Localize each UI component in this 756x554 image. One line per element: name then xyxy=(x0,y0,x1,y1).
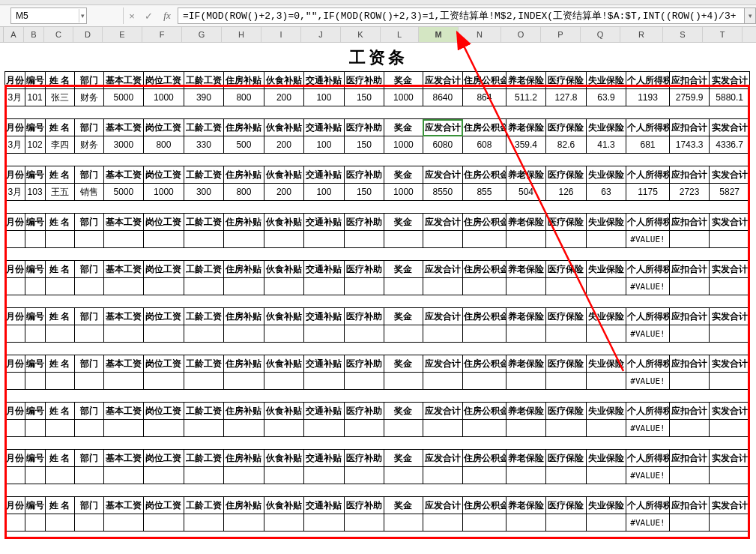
column-header-cell[interactable]: F xyxy=(142,27,182,42)
table-header-cell: 医疗补助 xyxy=(344,214,384,231)
table-cell: 1000 xyxy=(384,89,423,106)
table-cell xyxy=(710,231,750,248)
table-cell xyxy=(423,231,463,248)
table-cell xyxy=(710,278,750,295)
table-header-cell: 医疗补助 xyxy=(344,261,384,278)
table-header-cell: 养老保险 xyxy=(506,166,546,184)
table-header-cell: 应扣合计 xyxy=(669,450,710,467)
column-header-cell[interactable]: K xyxy=(341,27,381,42)
table-cell xyxy=(344,325,384,343)
table-header-cell: 基本工资 xyxy=(103,119,144,136)
column-header-cell[interactable]: L xyxy=(381,27,419,42)
table-cell xyxy=(224,373,264,390)
table-cell xyxy=(463,467,506,484)
table-cell xyxy=(586,514,626,532)
table-cell xyxy=(184,514,224,532)
table-header-cell: 编号 xyxy=(25,355,45,373)
table-header-cell: 医疗补助 xyxy=(344,308,384,325)
table-cell xyxy=(103,325,144,343)
column-header-cell[interactable]: D xyxy=(73,27,103,42)
table-header-cell: 实发合计 xyxy=(710,403,750,420)
column-header-cell[interactable]: I xyxy=(261,27,301,42)
table-header-cell: 医疗保险 xyxy=(546,450,587,467)
table-cell: 800 xyxy=(144,136,184,154)
table-cell xyxy=(184,467,224,484)
table-header-cell: 伙食补贴 xyxy=(264,450,304,467)
table-cell xyxy=(669,420,710,437)
table-cell xyxy=(586,231,626,248)
table-header-cell: 月份 xyxy=(5,355,25,373)
table-header-cell: 伙食补贴 xyxy=(264,214,304,231)
table-cell: 1000 xyxy=(384,136,423,154)
column-header-cell[interactable]: J xyxy=(301,27,341,42)
table-header-cell: 个人所得税 xyxy=(626,497,670,514)
column-header-cell[interactable]: T xyxy=(703,27,743,42)
column-header-cell[interactable]: S xyxy=(663,27,703,42)
table-cell xyxy=(25,325,45,343)
table-header-cell: 住房公积金 xyxy=(463,214,506,231)
table-header-cell: 交通补贴 xyxy=(304,403,345,420)
cancel-icon[interactable]: × xyxy=(124,10,140,22)
column-header-cell[interactable]: C xyxy=(44,27,73,42)
table-cell xyxy=(669,467,710,484)
table-header-cell: 岗位工资 xyxy=(144,261,184,278)
table-cell xyxy=(25,373,45,390)
column-header-cell[interactable]: O xyxy=(501,27,541,42)
table-header-cell: 姓 名 xyxy=(45,355,74,373)
table-cell xyxy=(45,373,74,390)
table-cell xyxy=(264,373,304,390)
table-cell xyxy=(423,325,463,343)
table-header-cell: 编号 xyxy=(25,214,45,231)
formula-input[interactable] xyxy=(178,7,745,24)
table-header-cell: 奖金 xyxy=(384,119,423,136)
table-header-cell: 工龄工资 xyxy=(184,355,224,373)
column-header-cell[interactable]: Q xyxy=(581,27,620,42)
column-header-cell[interactable]: N xyxy=(459,27,501,42)
table-header-cell: 医疗保险 xyxy=(546,166,587,184)
table-header-cell: 失业保险 xyxy=(586,308,626,325)
table-header-cell: 交通补贴 xyxy=(304,308,345,325)
column-header-cell[interactable]: E xyxy=(103,27,142,42)
column-header-cell[interactable]: A xyxy=(4,27,24,42)
table-header-cell: 月份 xyxy=(5,166,25,184)
table-cell xyxy=(546,420,587,437)
table-cell xyxy=(224,514,264,532)
table-header-cell: 个人所得税 xyxy=(626,214,670,231)
name-box[interactable]: ▾ xyxy=(10,7,87,24)
column-header-cell[interactable]: B xyxy=(24,27,44,42)
column-header-cell[interactable]: R xyxy=(620,27,663,42)
fx-icon[interactable]: fx xyxy=(157,10,178,22)
table-header-cell: 住房公积金 xyxy=(463,261,506,278)
column-header-cell[interactable]: G xyxy=(182,27,222,42)
table-header-cell: 失业保险 xyxy=(586,214,626,231)
table-header-cell: 个人所得税 xyxy=(626,355,670,373)
formula-expand-icon[interactable]: ▾ xyxy=(745,7,756,24)
table-header-cell: 月份 xyxy=(5,261,25,278)
table-header-cell: 医疗补助 xyxy=(344,355,384,373)
name-box-input[interactable] xyxy=(11,9,79,22)
table-header-cell: 住房公积金 xyxy=(463,450,506,467)
name-formula-bar: ▾ × ✓ fx ▾ xyxy=(0,5,756,27)
column-header-cell[interactable]: M xyxy=(419,27,459,42)
table-cell xyxy=(384,278,423,295)
column-header-cell[interactable]: P xyxy=(541,27,581,42)
table-header-cell: 月份 xyxy=(5,214,25,231)
column-header-cell[interactable]: H xyxy=(222,27,261,42)
table-cell xyxy=(669,514,710,532)
table-header-cell: 编号 xyxy=(25,308,45,325)
name-box-dropdown-icon[interactable]: ▾ xyxy=(79,9,86,22)
table-cell xyxy=(384,373,423,390)
table-cell xyxy=(344,467,384,484)
table-header-cell: 部门 xyxy=(74,214,103,231)
table-header-cell: 月份 xyxy=(5,72,25,89)
table-cell xyxy=(25,420,45,437)
table-header-cell: 月份 xyxy=(5,497,25,514)
table-header-cell: 养老保险 xyxy=(506,450,546,467)
enter-icon[interactable]: ✓ xyxy=(140,10,157,22)
table-header-cell: 医疗保险 xyxy=(546,214,587,231)
table-cell xyxy=(25,467,45,484)
table-header-cell: 部门 xyxy=(74,166,103,184)
table-cell: 张三 xyxy=(45,89,74,106)
table-header-cell: 医疗补助 xyxy=(344,72,384,89)
table-cell xyxy=(144,325,184,343)
